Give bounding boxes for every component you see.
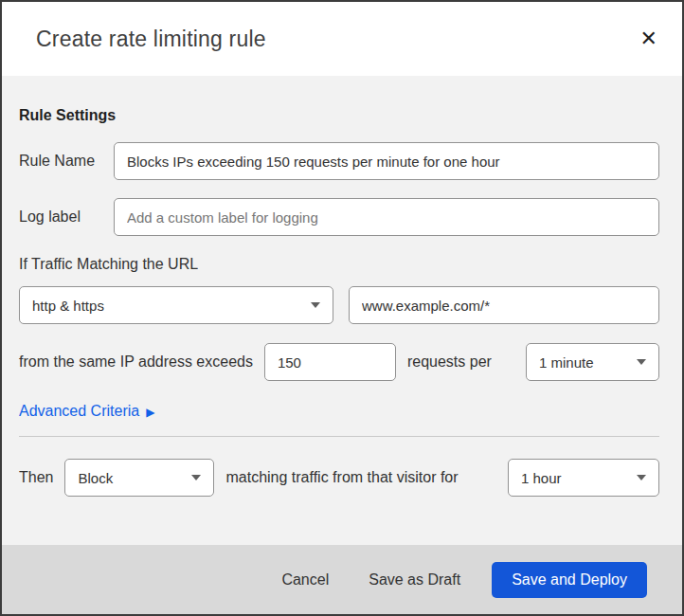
log-label-label: Log label	[19, 208, 114, 226]
chevron-down-icon	[311, 302, 320, 308]
expand-right-arrow-icon: ▶	[146, 406, 154, 419]
create-rate-limiting-rule-dialog: Create rate limiting rule ✕ Rule Setting…	[0, 0, 684, 616]
save-as-draft-button[interactable]: Save as Draft	[351, 564, 477, 596]
log-label-input[interactable]	[114, 198, 659, 236]
section-divider	[19, 436, 659, 437]
period-select[interactable]: 1 minute	[526, 343, 659, 381]
scheme-select[interactable]: http & https	[19, 286, 333, 324]
action-select[interactable]: Block	[64, 459, 214, 497]
dialog-body: Rule Settings Rule Name Log label If Tra…	[2, 76, 682, 545]
request-count-input[interactable]	[264, 343, 396, 381]
action-prefix-text: Then	[19, 469, 53, 486]
action-row: Then Block matching traffic from that vi…	[19, 459, 659, 497]
period-select-value: 1 minute	[539, 354, 594, 371]
log-label-row: Log label	[19, 198, 659, 236]
advanced-criteria-row: Advanced Criteria ▶	[19, 403, 659, 420]
chevron-down-icon	[191, 475, 201, 480]
action-middle-text: matching traffic from that visitor for	[225, 469, 458, 486]
dialog-title: Create rate limiting rule	[36, 27, 266, 52]
scheme-select-value: http & https	[32, 298, 104, 314]
threshold-prefix-text: from the same IP address exceeds	[19, 353, 253, 371]
dialog-footer: Cancel Save as Draft Save and Deploy	[2, 545, 682, 614]
cancel-button[interactable]: Cancel	[264, 564, 346, 596]
advanced-criteria-label: Advanced Criteria	[19, 403, 139, 420]
url-match-row: http & https	[19, 286, 659, 324]
rule-name-row: Rule Name	[19, 142, 659, 180]
rule-settings-heading: Rule Settings	[19, 107, 659, 124]
url-pattern-input[interactable]	[349, 286, 659, 324]
advanced-criteria-link[interactable]: Advanced Criteria ▶	[19, 403, 154, 420]
threshold-middle-text: requests per	[407, 353, 492, 371]
duration-select[interactable]: 1 hour	[508, 459, 659, 497]
threshold-row: from the same IP address exceeds request…	[19, 343, 659, 381]
save-and-deploy-button[interactable]: Save and Deploy	[492, 562, 647, 598]
duration-select-value: 1 hour	[521, 470, 562, 486]
chevron-down-icon	[637, 475, 646, 480]
traffic-match-heading: If Traffic Matching the URL	[19, 256, 659, 273]
rule-name-input[interactable]	[114, 142, 659, 180]
close-icon[interactable]: ✕	[633, 27, 665, 51]
action-select-value: Block	[78, 470, 113, 486]
dialog-header: Create rate limiting rule ✕	[2, 2, 682, 76]
chevron-down-icon	[637, 359, 646, 365]
top-accent-line	[68, 0, 244, 2]
rule-name-label: Rule Name	[19, 153, 114, 170]
